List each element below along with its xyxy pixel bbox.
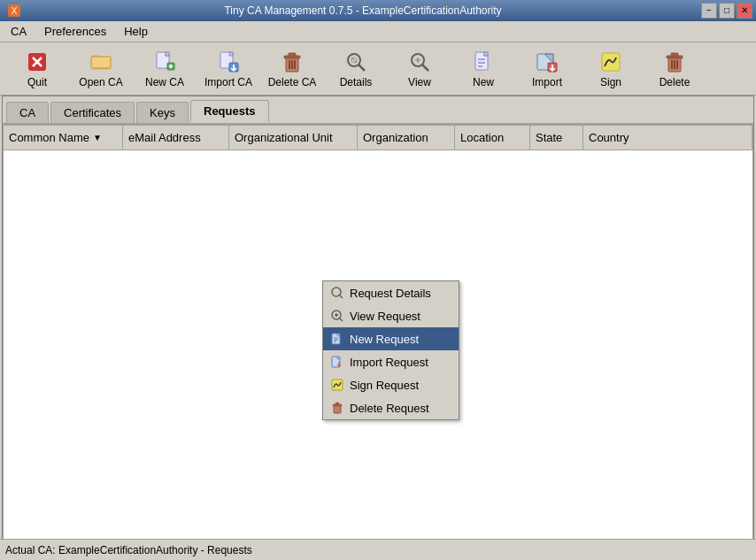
toolbar-details[interactable]: Details [326, 46, 386, 92]
ctx-view-request-label: View Request [350, 310, 420, 323]
quit-icon [25, 50, 50, 74]
import-icon [535, 50, 559, 74]
tab-keys[interactable]: Keys [136, 102, 189, 123]
menu-ca[interactable]: CA [4, 23, 34, 40]
titlebar: X Tiny CA Management 0.7.5 - ExampleCert… [0, 0, 756, 21]
import-request-icon [330, 355, 344, 369]
svg-rect-16 [229, 52, 233, 56]
details-icon [343, 50, 368, 74]
svg-rect-65 [334, 405, 341, 413]
sign-icon [598, 50, 623, 74]
menu-help[interactable]: Help [117, 23, 155, 40]
svg-rect-10 [166, 52, 169, 56]
ctx-request-details[interactable]: Request Details [323, 281, 459, 304]
toolbar-delete-icon [662, 50, 687, 74]
new-ca-label: New CA [145, 76, 184, 88]
toolbar-new[interactable]: New [453, 46, 513, 92]
details-label: Details [340, 76, 373, 88]
ctx-import-request[interactable]: Import Request [323, 350, 459, 373]
svg-line-51 [339, 295, 343, 298]
toolbar-delete-ca[interactable]: Delete CA [262, 46, 322, 92]
svg-line-26 [359, 65, 365, 71]
titlebar-title: Tiny CA Management 0.7.5 - ExampleCertif… [25, 0, 701, 21]
delete-label: Delete [660, 76, 690, 88]
content-wrapper: CA Certificates Keys Requests Common Nam… [2, 96, 754, 560]
maximize-button[interactable]: □ [719, 3, 735, 19]
delete-ca-icon [280, 50, 305, 74]
svg-text:X: X [12, 6, 18, 16]
statusbar-text: Actual CA: ExampleCertificationAuthority… [5, 544, 252, 556]
ctx-import-request-label: Import Request [350, 356, 428, 369]
tab-requests[interactable]: Requests [190, 100, 269, 123]
context-menu: Request Details View Request [322, 280, 459, 420]
import-ca-label: Import CA [204, 76, 252, 88]
close-button[interactable]: ✕ [737, 3, 752, 19]
col-country: Country [583, 126, 752, 150]
svg-line-55 [339, 318, 343, 321]
ctx-sign-request[interactable]: Sign Request [323, 373, 459, 396]
ctx-delete-request[interactable]: Delete Request [323, 396, 459, 419]
delete-request-icon [330, 401, 344, 415]
minimize-button[interactable]: − [701, 3, 717, 19]
svg-rect-21 [289, 53, 296, 57]
main-area: Common Name ▼ eMail Address Organization… [3, 125, 753, 559]
toolbar-new-ca[interactable]: New CA [135, 46, 195, 92]
svg-rect-46 [671, 53, 678, 57]
app-wrapper: X Tiny CA Management 0.7.5 - ExampleCert… [0, 0, 756, 560]
ctx-new-request[interactable]: New Request [323, 327, 459, 350]
col-email: eMail Address [123, 126, 229, 150]
toolbar-delete[interactable]: Delete [644, 46, 705, 92]
new-request-icon [330, 332, 344, 346]
svg-rect-7 [91, 57, 111, 68]
new-ca-icon [152, 50, 177, 74]
tabs-bar: CA Certificates Keys Requests [3, 96, 753, 125]
quit-label: Quit [27, 76, 47, 88]
new-icon [471, 50, 496, 74]
request-details-icon [330, 286, 344, 300]
col-state: State [530, 126, 583, 150]
svg-rect-67 [336, 403, 339, 405]
ctx-request-details-label: Request Details [350, 287, 431, 300]
ctx-new-request-label: New Request [350, 333, 419, 346]
menu-preferences[interactable]: Preferences [37, 23, 113, 40]
import-label: Import [532, 76, 562, 88]
table-header: Common Name ▼ eMail Address Organization… [4, 126, 752, 150]
sort-arrow-icon: ▼ [93, 133, 102, 142]
tab-certificates[interactable]: Certificates [50, 102, 135, 123]
toolbar: Quit Open CA [0, 42, 756, 96]
toolbar-view[interactable]: View [390, 46, 450, 92]
svg-rect-35 [484, 52, 488, 56]
col-common-name[interactable]: Common Name ▼ [4, 126, 123, 150]
view-label: View [408, 76, 431, 88]
toolbar-open-ca[interactable]: Open CA [71, 46, 131, 92]
toolbar-sign[interactable]: Sign [581, 46, 641, 92]
titlebar-icon: X [4, 4, 25, 18]
open-ca-label: Open CA [79, 76, 122, 88]
toolbar-import-ca[interactable]: Import CA [198, 46, 258, 92]
ctx-view-request[interactable]: View Request [323, 304, 459, 327]
import-ca-icon [216, 50, 241, 74]
new-label: New [473, 76, 494, 88]
sign-request-icon [330, 378, 344, 392]
svg-line-30 [422, 65, 428, 71]
sign-label: Sign [600, 76, 621, 88]
view-request-icon [330, 309, 344, 323]
statusbar: Actual CA: ExampleCertificationAuthority… [0, 539, 756, 560]
toolbar-import[interactable]: Import [517, 46, 577, 92]
delete-ca-label: Delete CA [268, 76, 317, 88]
toolbar-quit[interactable]: Quit [7, 46, 67, 92]
view-icon [407, 50, 432, 74]
titlebar-controls: − □ ✕ [701, 3, 752, 19]
col-location: Location [455, 126, 530, 150]
col-org-unit: Organizational Unit [229, 126, 358, 150]
menubar: CA Preferences Help [0, 21, 756, 42]
ctx-sign-request-label: Sign Request [350, 379, 419, 392]
open-ca-icon [89, 50, 113, 74]
ctx-delete-request-label: Delete Request [350, 402, 429, 415]
tab-ca[interactable]: CA [6, 102, 49, 123]
col-organization: Organization [358, 126, 455, 150]
